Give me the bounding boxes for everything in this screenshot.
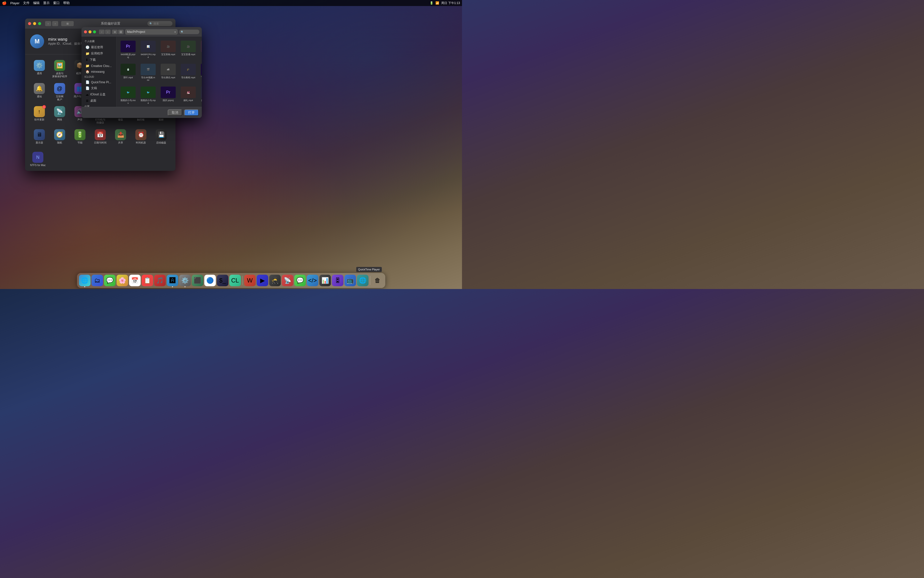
dock-neptunes[interactable]: 🎛 [332, 275, 343, 286]
finder-icon-button[interactable]: 🖼 [118, 29, 124, 34]
dock-calendar[interactable]: 📅 [129, 275, 141, 286]
dock-netnewswire[interactable]: 📡 [282, 275, 293, 286]
dock-appstore[interactable]: 🅰 [167, 275, 178, 286]
messages-icon: 💬 [106, 277, 113, 284]
sidebar-downloads[interactable]: ⬇ 下载 [83, 57, 115, 63]
pref-sharing[interactable]: 📤 共享 [112, 128, 130, 146]
syspref-search[interactable]: 🔍 搜索 [147, 21, 173, 26]
dock-welink[interactable]: W [244, 275, 256, 286]
pref-general[interactable]: ⚙️ 通用 [30, 58, 49, 80]
dock-terminal[interactable]: ⬛ [192, 275, 203, 286]
fullscreen-button[interactable] [38, 22, 41, 25]
dock-wechat[interactable]: 💬 [294, 275, 306, 286]
file-item[interactable]: 🎓 导出教程.mp4 [179, 62, 197, 83]
pref-network[interactable]: 📡 网络 [50, 105, 69, 126]
open-button[interactable]: 打开 [184, 109, 199, 116]
dock-messages[interactable]: 💬 [104, 275, 116, 286]
file-item[interactable]: 💒 婚礼.mp4 [179, 85, 197, 106]
pref-timemachine[interactable]: ⏰ 时间机器 [132, 128, 150, 146]
dock-clion[interactable]: CL [229, 275, 241, 286]
file-search-input[interactable]: 🔍 [179, 29, 199, 34]
pref-display[interactable]: 🖥 显示器 [30, 128, 49, 146]
dock-vscode[interactable]: </> [307, 275, 318, 286]
file-item[interactable]: 🐦 憨憨的小鸟.mp4 [139, 85, 157, 106]
dock-finder[interactable]: 🗂 [92, 275, 103, 286]
sidebar-creative[interactable]: 📁 Creative Clou... [83, 63, 115, 69]
sidebar-desktop[interactable]: 🖥 桌面 [83, 97, 115, 104]
dock-youku[interactable]: ▶ [257, 275, 268, 286]
view-toggle[interactable]: ⊞ [61, 21, 74, 26]
dock-syspref[interactable]: ⚙️ [179, 275, 191, 286]
dock-music[interactable]: 🎵 [154, 275, 166, 286]
file-item[interactable]: 🎥 宝宝ae.mp4 [199, 39, 202, 60]
menubar-edit[interactable]: 编辑 [33, 1, 40, 5]
file-dialog-close[interactable] [84, 30, 87, 33]
file-item[interactable]: 🏙 导出测试.mp4 [159, 62, 177, 83]
pref-battery[interactable]: 🔋 节能 [71, 128, 89, 146]
sidebar-icloud[interactable]: ☁ iCloud 云盘 [83, 91, 115, 97]
icon-view-button[interactable]: ⊞ [112, 29, 118, 34]
file-item[interactable]: 飞向上海.prproj [199, 62, 202, 83]
dock-dns[interactable]: 🌐 [357, 275, 369, 286]
pref-navigation[interactable]: 🧭 随航 [50, 128, 69, 146]
pref-notification[interactable]: 🔔 通知 [30, 81, 49, 102]
dock-shadowsocks[interactable]: 🥷 [269, 275, 281, 286]
file-thumbnail [201, 64, 202, 75]
file-item[interactable]: 🎬 导出4k视频.mov [139, 62, 157, 83]
pref-datetime[interactable]: 📅 日期与时间 [91, 128, 109, 146]
file-thumbnail: 🎥 [161, 41, 176, 52]
pref-desktop[interactable]: 🖼️ 桌面与屏幕保护程序 [50, 58, 69, 80]
file-name: 茶叶.mp4 [123, 76, 133, 79]
file-dialog-fullscreen[interactable] [93, 30, 96, 33]
sharing-icon: 📤 [115, 129, 126, 140]
file-item[interactable]: 🎥 宝宝剪辑.mp4 [159, 39, 177, 60]
file-item[interactable]: 国庆.prproj [159, 85, 177, 106]
file-item[interactable]: 🎥 宝宝普通.mp4 [179, 39, 197, 60]
file-item[interactable]: 📊 9400FCPU.mp4 [139, 39, 157, 60]
file-thumbnail: 🐦 [141, 86, 156, 98]
file-item[interactable]: 🐦 憨憨的小鸟.mov [119, 85, 137, 106]
minimize-button[interactable] [33, 22, 36, 25]
menubar-window[interactable]: 窗口 [53, 1, 60, 5]
dock-chrome[interactable]: 🔵 [204, 275, 216, 286]
sidebar-quicktime[interactable]: 📄 QuickTime Pl... [83, 79, 115, 85]
close-button[interactable] [28, 22, 31, 25]
menubar-view[interactable]: 显示 [43, 1, 50, 5]
sidebar-recent[interactable]: 🕐 最近使用 [83, 44, 115, 50]
dock-resolution[interactable]: 📺 [345, 275, 356, 286]
file-item[interactable]: 🍵 茶叶.mp4 [119, 62, 137, 83]
file-back-button[interactable]: ‹ [99, 29, 105, 34]
file-item[interactable]: 9400f机器.prproj [119, 39, 137, 60]
pref-internet[interactable]: @ 互联网账户 [50, 81, 69, 102]
sidebar-home[interactable]: 🏠 minxwang [83, 69, 115, 75]
syspref-dock-icon: ⚙️ [181, 277, 189, 284]
forward-button[interactable]: › [52, 21, 58, 26]
file-forward-button[interactable]: › [105, 29, 110, 34]
back-button[interactable]: ‹ [45, 21, 51, 26]
dock-trash[interactable]: 🗑 [372, 275, 383, 286]
file-name: 憨憨的小鸟.mp4 [141, 99, 156, 105]
sidebar-apps[interactable]: 📁 应用程序 [83, 50, 115, 57]
dock-photos[interactable]: 🌸 [117, 275, 128, 286]
folder-selector[interactable]: MacPrProject ▾ [125, 29, 178, 35]
pref-update[interactable]: ↑1 软件更新 [30, 105, 49, 126]
menubar-file[interactable]: 文件 [23, 1, 29, 5]
sidebar-documents[interactable]: 📄 文稿 [83, 85, 115, 91]
dock-iterm[interactable]: $_ [217, 275, 228, 286]
file-thumbnail: 🎬 ⟳ [201, 86, 202, 98]
ntfs-item[interactable]: N NTFS for Mac [30, 152, 45, 167]
apple-menu[interactable]: 🍎 [2, 1, 7, 5]
pref-startup[interactable]: 💾 启动磁盘 [152, 128, 170, 146]
file-item[interactable]: 🎬 ⟳ 婚礼视频.mp4 [199, 85, 202, 106]
menubar-help[interactable]: 帮助 [63, 1, 70, 5]
desktop-icon: 🖼️ [54, 60, 65, 71]
cancel-button[interactable]: 取消 [168, 109, 182, 116]
navigation-icon: 🧭 [54, 129, 65, 140]
dock-safari[interactable]: 🌐 [79, 275, 91, 286]
resolution-icon: 📺 [346, 277, 354, 284]
startup-label: 启动磁盘 [156, 141, 166, 144]
dock-activity[interactable]: 📊 [319, 275, 331, 286]
menubar-player[interactable]: Player [10, 1, 19, 5]
dock-reminders[interactable]: 📋 [142, 275, 153, 286]
file-dialog-minimize[interactable] [89, 30, 92, 33]
